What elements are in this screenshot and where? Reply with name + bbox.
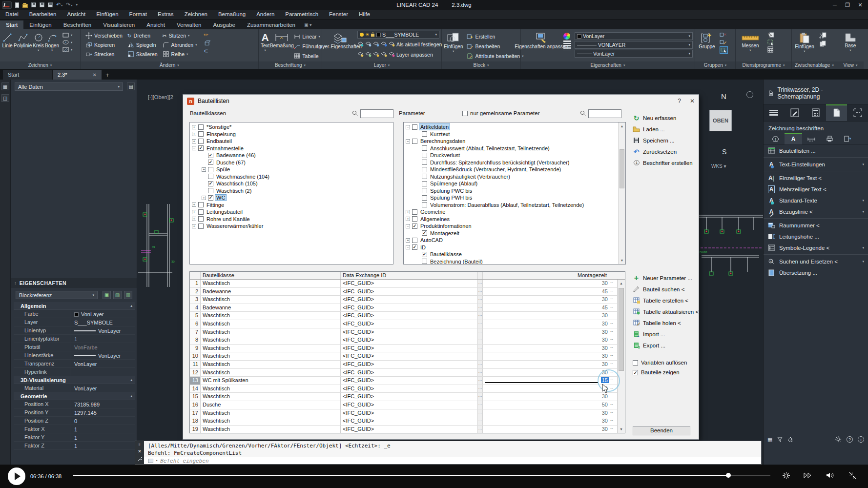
cell-bauteilklasse[interactable]: Waschtisch	[201, 320, 341, 328]
tree-checkbox[interactable]	[422, 167, 427, 172]
menu-ändern[interactable]: Ändern	[251, 10, 280, 19]
menu-fenster[interactable]: Fenster	[324, 10, 353, 19]
tree-item-berechnungsdaten[interactable]: −Berechnungsdaten	[404, 138, 618, 145]
cell-browse-button[interactable]: …	[478, 401, 483, 409]
viewcube-ring-icon[interactable]	[746, 91, 753, 98]
col-data-exchange-id[interactable]: Data Exchange ID	[341, 272, 478, 279]
tree-item-spülmenge-ablauf[interactable]: Spülmenge (Ablauf)	[404, 180, 618, 187]
customize-wrench-icon[interactable]	[137, 457, 142, 462]
dropdown-chevron-icon[interactable]: ▾	[862, 260, 864, 264]
table-row-8[interactable]: 8Waschtisch<IFC_GUID>…30--	[190, 336, 625, 345]
tree-expander-icon[interactable]: +	[406, 210, 410, 214]
class-search-input[interactable]	[360, 109, 393, 118]
tree-checkbox[interactable]	[422, 160, 427, 165]
progress-bar[interactable]	[73, 475, 770, 476]
open-file-icon[interactable]	[22, 4, 28, 8]
tree-item-waschmaschine-104[interactable]: Waschmaschine (104)	[190, 173, 393, 181]
tree-item-bezeichnung-bauteil[interactable]: Bezeichnung (Bauteil)	[404, 258, 618, 265]
menu-format[interactable]: Format	[124, 10, 152, 19]
action-speichern[interactable]: Speichern ...	[633, 137, 675, 144]
tree-item-waschtisch-105[interactable]: ✓Waschtisch (105)	[190, 180, 393, 187]
cell-data-exchange-id[interactable]: <IFC_GUID>	[341, 377, 478, 385]
tree-checkbox[interactable]	[422, 181, 427, 186]
action-import[interactable]: Import ...	[633, 330, 665, 338]
panel-name-aendern[interactable]: Ändern▾	[81, 61, 258, 69]
linear-dimension-button[interactable]: Linear▾	[294, 32, 325, 41]
table-row-4[interactable]: 4Badewanne<IFC_GUID>…45--	[190, 304, 625, 312]
make-current-layer-icon[interactable]	[389, 41, 395, 47]
layer-unlock-icon[interactable]	[381, 52, 387, 57]
file-tab-start[interactable]: Start	[3, 70, 52, 80]
action-bauteil-suchen[interactable]: Bauteil suchen <	[633, 285, 684, 293]
progress-handle[interactable]	[726, 473, 731, 478]
dialog-title-bar[interactable]: n Bauteillisten ? ✕	[183, 95, 699, 107]
object-type-combo[interactable]: Blockreferenz▾	[16, 291, 98, 299]
table-row-9[interactable]: 9Waschtisch<IFC_GUID>…30--	[190, 345, 625, 353]
property-value[interactable]: VonLayer	[70, 384, 135, 392]
cell-data-exchange-id[interactable]: <IFC_GUID>	[341, 393, 478, 401]
tree-expander-icon[interactable]: +	[406, 217, 410, 221]
dropdown-chevron-icon[interactable]: ▾	[862, 199, 864, 203]
panel-item-leitungshöhe[interactable]: Leitungshöhe ...	[764, 231, 868, 242]
beenden-button[interactable]: Beenden	[633, 426, 690, 435]
tree-checkbox[interactable]: ✓	[208, 195, 213, 201]
viewcube-south[interactable]: S	[722, 148, 726, 156]
menu-zeichnen[interactable]: Zeichnen	[179, 10, 213, 19]
panel-item-standard-texte[interactable]: AStandard-Texte▾	[764, 195, 868, 206]
tab-select[interactable]	[847, 104, 868, 121]
command-input[interactable]: ▾ Befehl eingeben	[144, 457, 761, 464]
ucs-dropdown[interactable]: WKS ▾	[711, 163, 726, 169]
panel-item-einzeiliger-text[interactable]: A|Einzeiliger Text <	[764, 172, 868, 183]
cell-bauteilklasse[interactable]: Waschtisch	[201, 361, 341, 368]
tree-checkbox[interactable]	[198, 131, 204, 137]
cell-data-exchange-id[interactable]: <IFC_GUID>	[341, 369, 478, 377]
lineweight-combo[interactable]: VonLayer▾	[575, 50, 693, 58]
tree-item-entnahmestelle[interactable]: −✓Entnahmestelle	[190, 145, 393, 152]
tree-item-dusche-67[interactable]: ✓Dusche (67)	[190, 159, 393, 166]
cell-browse-button[interactable]: …	[478, 426, 483, 433]
viewport-label[interactable]: [-][Oben][2	[148, 94, 173, 100]
dimension-button[interactable]: Bemaßung	[270, 31, 293, 48]
layer-lock-icon[interactable]	[381, 41, 387, 47]
object-color-combo[interactable]: VonLayer▾	[575, 32, 693, 40]
tree-item-bauteilklasse[interactable]: ✓Bauteilklasse	[404, 251, 618, 258]
table-row-13[interactable]: 13WC mit Spülkasten<IFC_GUID>…15--	[190, 377, 625, 385]
tree-checkbox[interactable]: ✓	[208, 160, 213, 165]
ribbon-tab-visualisieren[interactable]: Visualisieren	[97, 20, 141, 29]
tree-expander-icon[interactable]: +	[192, 125, 196, 129]
panel-item-suchen-und-ersetzen[interactable]: ASuchen und Ersetzen <▾	[764, 256, 868, 267]
cell-montagezeit[interactable]: 15	[483, 377, 610, 385]
tree-item-spülung-pwh-bis[interactable]: Spülung PWH bis	[404, 194, 618, 202]
cell-data-exchange-id[interactable]: <IFC_GUID>	[341, 320, 478, 328]
panel-name-zeichnen[interactable]: Zeichnen▾	[0, 61, 80, 69]
cell-montagezeit[interactable]: 30	[483, 352, 610, 360]
panel-item-bezugslinie[interactable]: ABezugslinie <▾	[764, 206, 868, 217]
cell-browse-button[interactable]: …	[478, 409, 483, 417]
table-row-2[interactable]: 2Badewanne<IFC_GUID>…45--	[190, 288, 625, 296]
cell-montagezeit[interactable]: 45	[483, 304, 610, 312]
cell-data-exchange-id[interactable]: <IFC_GUID>	[341, 304, 478, 312]
tab-calculate[interactable]	[806, 104, 827, 121]
tree-item-anschlusswert-ablauf-teilnetzstart-teilnetzende[interactable]: Anschlusswert (Ablauf, Teilnetzstart, Te…	[404, 145, 618, 152]
tree-checkbox[interactable]: ✓	[412, 244, 417, 250]
property-value[interactable]	[70, 368, 135, 376]
cell-bauteilklasse[interactable]: Waschtisch	[201, 336, 341, 344]
property-value[interactable]: 73185.989	[70, 400, 135, 408]
layer-thaw-icon[interactable]	[365, 52, 372, 57]
action-tabelle-aktualisieren[interactable]: Tabelle aktualisieren <	[633, 308, 699, 315]
cell-bauteilklasse[interactable]: Waschtisch	[201, 345, 341, 352]
action-beschrifter-erstellen[interactable]: 1Beschrifter erstellen	[633, 159, 693, 166]
action-export[interactable]: Export ...	[633, 342, 665, 349]
ellipse-tool-button[interactable]: ▾	[62, 39, 72, 45]
tree-expander-icon[interactable]: +	[192, 139, 196, 143]
tree-expander-icon[interactable]: +	[192, 132, 196, 136]
tree-expander-icon[interactable]: +	[202, 167, 206, 172]
tree-expander-icon[interactable]: −	[406, 125, 410, 129]
tree-checkbox[interactable]	[422, 145, 427, 151]
table-row-7[interactable]: 7Waschtisch<IFC_GUID>…30--	[190, 328, 625, 337]
help-icon[interactable]: ?	[847, 436, 853, 443]
menu-bemaßung[interactable]: Bemaßung	[213, 10, 251, 19]
tree-checkbox[interactable]: ✓	[422, 230, 427, 236]
cell-data-exchange-id[interactable]: <IFC_GUID>	[341, 401, 478, 409]
dropdown-chevron-icon[interactable]: ▾	[862, 210, 864, 214]
